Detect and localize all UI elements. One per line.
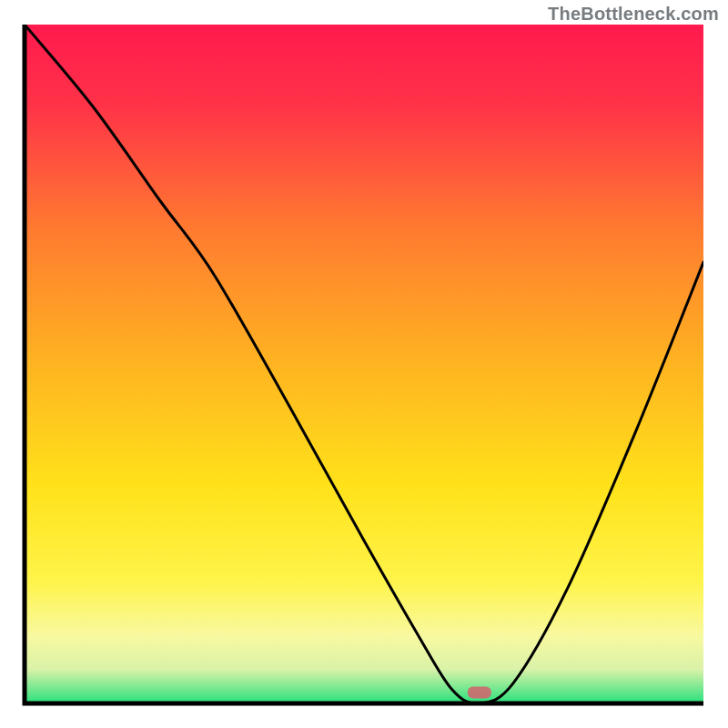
optimal-point-marker (468, 687, 491, 699)
chart-stage: TheBottleneck.com (0, 0, 728, 728)
bottleneck-plot (0, 0, 728, 728)
gradient-background (25, 25, 703, 703)
